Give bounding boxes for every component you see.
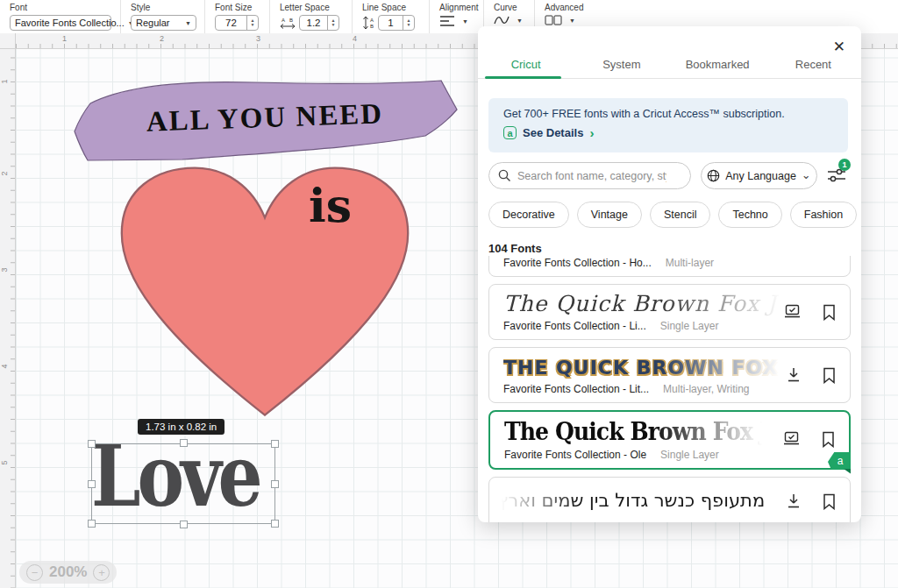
font-preview: The Quick Brown Fox Jumps Over The L — [504, 415, 773, 447]
chip-fashion[interactable]: Fashion — [790, 202, 857, 228]
ribbon-fold — [844, 469, 851, 475]
font-dropdown-value: Favorite Fonts Collectio... — [15, 18, 125, 28]
font-list-item[interactable]: מתעופף כנשר גדול בין שמים וארץ — [488, 477, 851, 522]
ruler-mark: 5 — [0, 460, 9, 464]
dimension-badge: 1.73 in x 0.82 in — [138, 419, 224, 435]
ruler-mark: 2 — [0, 171, 9, 175]
chip-stencil[interactable]: Stencil — [650, 202, 711, 228]
curve-label: Curve — [494, 3, 526, 12]
resize-handle-bottom-right[interactable] — [271, 520, 279, 528]
selection-bounding-box[interactable] — [91, 443, 275, 524]
chip-techno[interactable]: Techno — [718, 202, 781, 228]
letter-space-group: Letter Space AB 1.2 ▲ ▼ — [270, 0, 353, 33]
font-size-stepper[interactable]: ▲ ▼ — [246, 16, 258, 30]
font-size-input[interactable]: 72 ▲ ▼ — [215, 15, 259, 31]
font-layer-type: Single Layer — [660, 449, 719, 461]
ruler-mark: 4 — [0, 364, 9, 368]
stepper-down-icon: ▼ — [407, 23, 411, 27]
advanced-dropdown[interactable]: ▼ — [545, 15, 590, 25]
stepper-down-icon: ▼ — [331, 23, 336, 27]
resize-handle-top-left[interactable] — [88, 440, 96, 448]
letter-space-stepper[interactable]: ▲ ▼ — [327, 16, 339, 30]
tab-bookmarked[interactable]: Bookmarked — [670, 51, 766, 78]
font-layer-type: Multi-layer — [666, 257, 714, 269]
see-details-link[interactable]: See Details — [523, 126, 583, 139]
font-list-item[interactable]: Favorite Fonts Collection - Ho... Multi-… — [488, 256, 851, 277]
vertical-ruler: 1 2 3 4 5 — [0, 49, 16, 588]
alignment-label: Alignment — [439, 3, 475, 12]
advanced-label: Advanced — [545, 3, 590, 12]
bookmark-icon[interactable] — [823, 367, 836, 387]
font-layer-type: Single Layer — [660, 320, 719, 332]
line-space-icon: AB — [362, 16, 374, 30]
resize-handle-middle-left[interactable] — [88, 480, 96, 488]
installed-on-device-icon — [783, 431, 800, 450]
download-icon[interactable] — [787, 493, 801, 513]
font-source-tabs: Cricut System Bookmarked Recent — [478, 51, 861, 79]
font-label: Font — [10, 3, 112, 12]
font-list-item[interactable]: The Quick Brown Fox Jumps O Favorite Fon… — [488, 284, 851, 340]
zoom-level: 200% — [49, 563, 87, 581]
font-layer-type: Multi-layer, Writing — [663, 383, 749, 395]
chip-decorative[interactable]: Decorative — [488, 202, 569, 228]
line-space-value: 1 — [379, 16, 403, 30]
tab-cricut[interactable]: Cricut — [478, 51, 574, 78]
font-size-label: Font Size — [215, 3, 261, 12]
font-preview: THE QUICK BROWN FOX JU — [503, 351, 793, 383]
ruler-corner — [0, 33, 16, 49]
cricut-access-banner: Get 700+ FREE fonts with a Cricut Access… — [488, 98, 848, 152]
download-icon[interactable] — [787, 367, 801, 386]
heart-shape[interactable] — [109, 159, 421, 420]
style-dropdown[interactable]: Regular ▼ — [131, 15, 196, 31]
language-selector[interactable]: Any Language ⌄ — [701, 162, 817, 189]
zoom-in-button[interactable]: + — [93, 564, 110, 581]
svg-text:B: B — [289, 18, 293, 23]
letter-space-input[interactable]: 1.2 ▲ ▼ — [299, 15, 339, 31]
line-space-stepper[interactable]: ▲ ▼ — [403, 16, 414, 30]
bookmark-icon[interactable] — [822, 431, 835, 451]
alignment-dropdown[interactable]: ▼ — [439, 15, 475, 27]
globe-icon — [707, 169, 720, 182]
style-group: Style Regular ▼ — [121, 0, 205, 33]
resize-handle-bottom-middle[interactable] — [180, 521, 188, 528]
cricut-access-logo-icon: a — [503, 126, 517, 139]
font-name: Favorite Fonts Collection - Ho... — [503, 257, 652, 269]
line-space-label: Line Space — [362, 3, 421, 12]
zoom-out-button[interactable]: − — [26, 564, 43, 581]
font-dropdown[interactable]: Favorite Fonts Collectio... ▼ — [10, 15, 111, 31]
font-list[interactable]: Favorite Fonts Collection - Ho... Multi-… — [488, 256, 851, 522]
bookmark-icon[interactable] — [823, 493, 836, 514]
font-search-box[interactable] — [488, 162, 691, 189]
stepper-down-icon: ▼ — [251, 23, 255, 27]
font-name: Favorite Fonts Collection - Lit... — [503, 383, 649, 395]
font-list-item-selected[interactable]: The Quick Brown Fox Jumps Over The L Fav… — [488, 410, 851, 470]
font-size-group: Font Size 72 ▲ ▼ — [205, 0, 270, 33]
bookmark-icon[interactable] — [823, 304, 836, 324]
font-name: Favorite Fonts Collection - Ole — [504, 449, 646, 461]
resize-handle-middle-right[interactable] — [271, 480, 279, 488]
tab-system[interactable]: System — [574, 51, 669, 78]
curve-dropdown[interactable]: ▼ — [494, 15, 526, 25]
svg-text:B: B — [370, 24, 374, 29]
resize-handle-bottom-left[interactable] — [88, 520, 96, 528]
font-preview: The Quick Brown Fox Jumps O — [503, 288, 793, 320]
resize-handle-top-middle[interactable] — [180, 439, 188, 447]
font-picker-panel: ✕ Cricut System Bookmarked Recent Get 70… — [478, 26, 861, 522]
style-label: Style — [131, 3, 196, 12]
line-space-input[interactable]: 1 ▲ ▼ — [378, 15, 415, 31]
caret-down-icon: ▼ — [185, 20, 191, 26]
tab-recent[interactable]: Recent — [766, 51, 861, 78]
resize-handle-top-right[interactable] — [271, 440, 279, 448]
filter-count-badge: 1 — [838, 159, 851, 171]
font-list-item[interactable]: THE QUICK BROWN FOX JU Favorite Fonts Co… — [488, 347, 851, 403]
chip-vintage[interactable]: Vintage — [577, 202, 642, 228]
search-input[interactable] — [517, 170, 666, 182]
style-dropdown-value: Regular — [136, 18, 170, 28]
align-left-icon — [439, 15, 455, 27]
curve-icon — [494, 15, 510, 25]
ruler-mark: 3 — [0, 267, 9, 272]
ruler-mark: 2 — [160, 34, 164, 43]
is-text[interactable]: is — [309, 179, 352, 232]
search-icon — [498, 169, 511, 182]
letter-space-icon: AB — [280, 16, 296, 30]
